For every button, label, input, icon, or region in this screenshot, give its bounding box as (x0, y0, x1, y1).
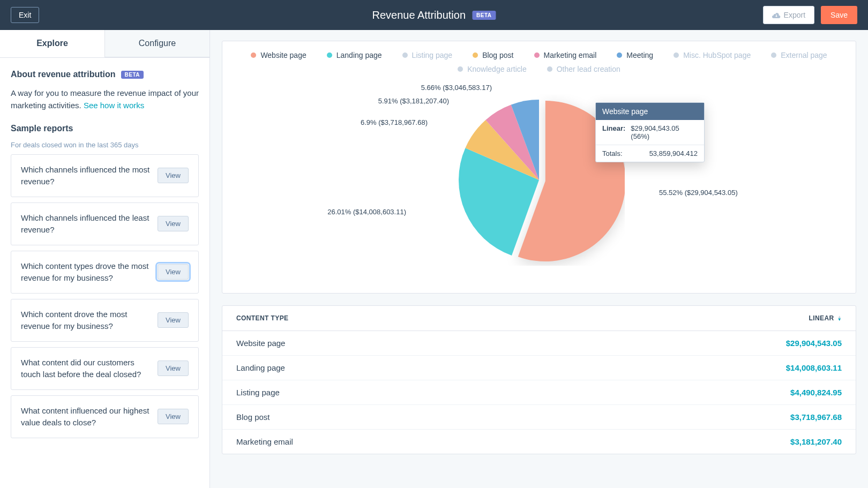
chart-area: 55.52% ($29,904,543.05)26.01% ($14,008,6… (235, 81, 843, 279)
page-title: Revenue Attribution (372, 9, 466, 21)
legend-dot (617, 52, 622, 58)
sample-report-card: Which channels influenced the most reven… (11, 154, 199, 197)
table-card: CONTENT TYPE LINEAR ▲▼ Website page$29,9… (222, 305, 856, 454)
legend-label: Listing page (412, 51, 453, 59)
view-button[interactable]: View (158, 312, 189, 328)
legend-dot (547, 66, 552, 72)
col-linear[interactable]: LINEAR ▲▼ (809, 314, 842, 322)
row-linear-value: $4,490,824.95 (790, 388, 842, 397)
legend-item[interactable]: Marketing email (534, 51, 597, 59)
legend-item[interactable]: Listing page (402, 51, 453, 59)
table-row[interactable]: Blog post$3,718,967.68 (222, 405, 856, 430)
table-row[interactable]: Website page$29,904,543.05 (222, 331, 856, 356)
view-button[interactable]: View (158, 409, 189, 424)
sample-report-card: What content did our customers touch las… (11, 347, 199, 390)
sample-report-question: What content influenced our highest valu… (21, 405, 150, 429)
legend-dot (402, 52, 408, 58)
view-button[interactable]: View (158, 216, 189, 231)
sidebar-tabs: Explore Configure (0, 30, 209, 58)
view-button[interactable]: View (158, 168, 189, 183)
beta-badge: BETA (472, 11, 496, 20)
legend-item[interactable]: Website page (251, 51, 306, 59)
legend-item[interactable]: External page (771, 51, 827, 59)
legend-item[interactable]: Other lead creation (547, 65, 620, 73)
legend-label: Misc. HubSpot page (683, 51, 751, 59)
save-button[interactable]: Save (821, 6, 857, 24)
legend-label: Landing page (336, 51, 382, 59)
row-linear-value: $29,904,543.05 (786, 339, 842, 348)
row-content-type: Landing page (236, 363, 285, 372)
legend-dot (771, 52, 776, 58)
export-button[interactable]: Export (763, 6, 814, 24)
legend-label: Blog post (482, 51, 513, 59)
cloud-download-icon (772, 12, 781, 18)
legend-label: External page (781, 51, 827, 59)
pie-slice-label: 6.9% ($3,718,967.68) (361, 118, 428, 126)
sample-report-question: Which content types drove the most reven… (21, 260, 150, 284)
sample-report-question: Which content drove the most revenue for… (21, 309, 150, 332)
chart-card: Website pageLanding pageListing pageBlog… (222, 41, 856, 294)
legend-dot (458, 66, 463, 72)
view-button[interactable]: View (158, 264, 189, 280)
row-content-type: Listing page (236, 388, 280, 397)
legend-item[interactable]: Misc. HubSpot page (674, 51, 751, 59)
view-button[interactable]: View (158, 361, 189, 376)
legend-dot (674, 52, 679, 58)
tab-explore[interactable]: Explore (0, 30, 105, 57)
sample-report-question: What content did our customers touch las… (21, 357, 150, 380)
tab-configure[interactable]: Configure (105, 30, 209, 57)
pie-slice-label: 5.66% ($3,046,583.17) (421, 84, 492, 92)
pie-slice-label: 5.91% ($3,181,207.40) (378, 97, 449, 105)
sample-report-question: Which channels influenced the most reven… (21, 164, 150, 187)
row-linear-value: $3,718,967.68 (790, 412, 842, 422)
sidebar: Explore Configure About revenue attribut… (0, 30, 210, 488)
sample-report-card: Which content types drove the most reven… (11, 251, 199, 294)
table-header: CONTENT TYPE LINEAR ▲▼ (222, 306, 856, 331)
sort-icon: ▲▼ (837, 316, 842, 321)
legend-dot (473, 52, 478, 58)
legend-item[interactable]: Blog post (473, 51, 513, 59)
pie-slice-label: 26.01% ($14,008,603.11) (327, 208, 406, 216)
legend-label: Website page (260, 51, 306, 59)
legend-dot (534, 52, 540, 58)
row-linear-value: $3,181,207.40 (790, 437, 842, 446)
sample-report-question: Which channels influenced the least reve… (21, 212, 150, 236)
legend-item[interactable]: Knowledge article (458, 65, 527, 73)
row-linear-value: $14,008,603.11 (786, 363, 842, 372)
legend-label: Other lead creation (557, 65, 620, 73)
row-content-type: Blog post (236, 412, 270, 422)
table-row[interactable]: Landing page$14,008,603.11 (222, 356, 856, 380)
table-row[interactable]: Marketing email$3,181,207.40 (222, 430, 856, 454)
col-content-type[interactable]: CONTENT TYPE (236, 314, 288, 322)
chart-tooltip: Website page Linear: $29,904,543.05 (56%… (595, 102, 705, 162)
tooltip-title: Website page (596, 103, 704, 120)
sample-reports-subheading: For deals closed won in the last 365 day… (11, 141, 199, 149)
sample-report-card: Which content drove the most revenue for… (11, 299, 199, 342)
legend-label: Meeting (626, 51, 653, 59)
legend-dot (251, 52, 256, 58)
exit-button[interactable]: Exit (11, 7, 39, 23)
sample-report-card: Which channels influenced the least reve… (11, 202, 199, 245)
row-content-type: Marketing email (236, 437, 293, 446)
legend-dot (327, 52, 332, 58)
legend-label: Knowledge article (467, 65, 527, 73)
legend-label: Marketing email (544, 51, 597, 59)
main-content: Website pageLanding pageListing pageBlog… (210, 30, 868, 488)
table-row[interactable]: Listing page$4,490,824.95 (222, 380, 856, 405)
chart-legend: Website pageLanding pageListing pageBlog… (235, 51, 843, 73)
about-description: A way for you to measure the revenue imp… (11, 87, 199, 112)
about-heading: About revenue attribution BETA (11, 70, 199, 79)
pie-slice-label: 55.52% ($29,904,543.05) (659, 189, 738, 197)
row-content-type: Website page (236, 339, 285, 348)
top-bar: Exit Revenue Attribution BETA Export Sav… (0, 0, 868, 30)
legend-item[interactable]: Landing page (327, 51, 382, 59)
beta-badge: BETA (121, 71, 144, 79)
see-how-it-works-link[interactable]: See how it works (84, 101, 144, 110)
legend-item[interactable]: Meeting (617, 51, 653, 59)
sample-report-card: What content influenced our highest valu… (11, 395, 199, 438)
sample-reports-heading: Sample reports (11, 124, 199, 133)
